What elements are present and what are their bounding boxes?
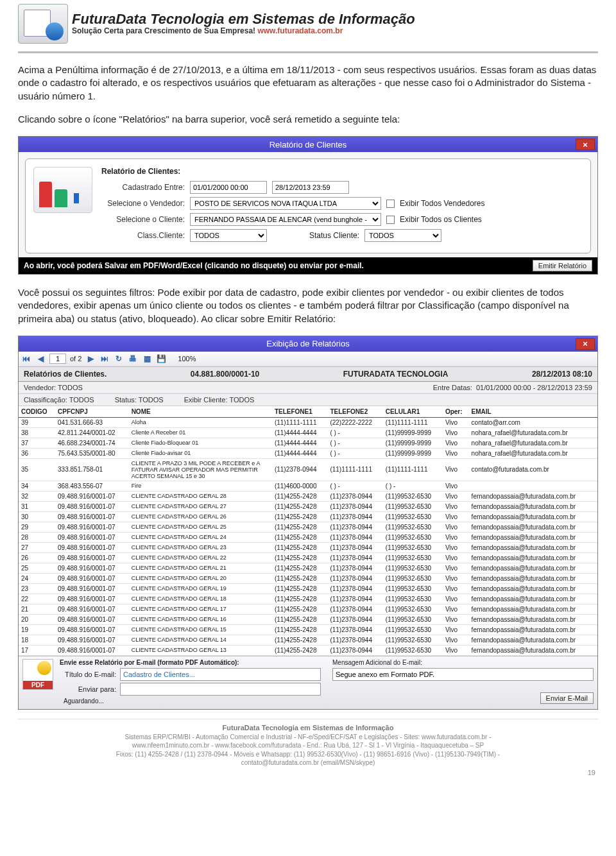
cell: CLIENTE CADASTRADO GERAL 17: [129, 604, 272, 614]
cell: 23: [19, 583, 55, 594]
table-row: 2809.488.916/0001-07CLIENTE CADASTRADO G…: [19, 532, 597, 542]
brand-title: FuturaData Tecnologia em Sistemas de Inf…: [72, 12, 415, 26]
cell: (11)99532-6530: [383, 542, 443, 552]
cell: fernandopassaia@futuradata.com.br: [469, 583, 597, 594]
cell: (11)2378-0944: [327, 563, 382, 573]
cell: (11)4255-2428: [272, 501, 327, 511]
cell: CLIENTE CADASTRADO GERAL 28: [129, 491, 272, 501]
cell: nohara_rafael@futuradata.com.br: [469, 438, 597, 448]
emitir-relatorio-button[interactable]: Emitir Relatório: [533, 260, 592, 271]
label-msg-adicional: Mensagem Adicional do E-mail:: [332, 659, 422, 666]
date-from-input[interactable]: [190, 181, 267, 194]
cell: 24: [19, 573, 55, 583]
cell: (11)2378-0944: [327, 552, 382, 563]
cell: fernandopassaia@futuradata.com.br: [469, 563, 597, 573]
cell: 42.811.244/0001-02: [55, 427, 129, 438]
window-title: Relatório de Clientes: [270, 140, 347, 150]
cell: 19: [19, 624, 55, 635]
cell: Aloha: [129, 417, 272, 427]
cell: (11)2378-0944: [327, 594, 382, 604]
cell: 09.488.916/0001-07: [55, 563, 129, 573]
prev-page-icon[interactable]: ◀: [35, 354, 46, 364]
print-icon[interactable]: 🖶: [128, 354, 138, 364]
cell: (11)1111-1111: [272, 417, 327, 427]
cell: CLIENTE CADASTRADO GERAL 14: [129, 635, 272, 645]
layout-icon[interactable]: ▦: [142, 354, 152, 364]
cell: 09.488.916/0001-07: [55, 573, 129, 583]
footer-l3: www.nfeem1minuto.com.br - www.facebook.c…: [18, 741, 598, 750]
save-icon[interactable]: 💾: [156, 354, 166, 364]
close-icon[interactable]: ×: [576, 139, 595, 150]
pdf-icon: PDF: [22, 659, 53, 690]
cell: Vivo: [443, 552, 469, 563]
cell: (11)99532-6530: [383, 614, 443, 624]
table-row: 2109.488.916/0001-07CLIENTE CADASTRADO G…: [19, 604, 597, 614]
cell: contato@futuradata.com.br: [469, 458, 597, 481]
cell: (11)2378-0944: [327, 635, 382, 645]
cell: 32: [19, 491, 55, 501]
email-msg-input[interactable]: [332, 668, 594, 681]
class-select[interactable]: TODOS: [190, 229, 267, 242]
cell: Vivo: [443, 532, 469, 542]
cell: fernandopassaia@futuradata.com.br: [469, 604, 597, 614]
cell: (11)99532-6530: [383, 501, 443, 511]
cell: Vivo: [443, 481, 469, 491]
val-sub-class: TODOS: [69, 396, 94, 404]
email-enviar-input[interactable]: [120, 683, 321, 696]
cell: Cliente Fiado-Bloquear 01: [129, 438, 272, 448]
last-page-icon[interactable]: ⏭: [99, 354, 110, 364]
cell: 26: [19, 552, 55, 563]
table-row: 2609.488.916/0001-07CLIENTE CADASTRADO G…: [19, 552, 597, 563]
val-sub-entre: 01/01/2000 00:00 - 28/12/2013 23:59: [476, 384, 592, 391]
date-to-input[interactable]: [272, 181, 349, 194]
cell: (11)4255-2428: [272, 563, 327, 573]
cell: 46.688.234/0001-74: [55, 438, 129, 448]
table-row: 2709.488.916/0001-07CLIENTE CADASTRADO G…: [19, 542, 597, 552]
label-cliente: Selecione o Cliente:: [101, 215, 185, 224]
cell: (11)99999-9999: [383, 427, 443, 438]
val-sub-exibir: TODOS: [229, 396, 254, 404]
close-icon[interactable]: ×: [576, 338, 595, 350]
cell: 22: [19, 594, 55, 604]
pdf-label: PDF: [23, 681, 53, 689]
refresh-icon[interactable]: ↻: [114, 354, 124, 364]
checkbox-todos-clientes[interactable]: [386, 216, 395, 224]
cell: CLIENTE CADASTRADO GERAL 20: [129, 573, 272, 583]
page-footer: FuturaData Tecnologia em Sistemas de Inf…: [18, 719, 598, 767]
cell: fernandopassaia@futuradata.com.br: [469, 614, 597, 624]
enviar-email-button[interactable]: Enviar E-Mail: [540, 692, 594, 704]
cell: (11)4255-2428: [272, 594, 327, 604]
vendedor-select[interactable]: POSTO DE SERVICOS NOVA ITAQUA LTDA: [190, 197, 381, 210]
table-row: 3842.811.244/0001-02Cliente A Receber 01…: [19, 427, 597, 438]
cell: (11)99532-6530: [383, 552, 443, 563]
viewer-title: Exibição de Relatórios: [266, 339, 349, 348]
email-titulo-input[interactable]: [120, 668, 321, 681]
cell: Fire: [129, 481, 272, 491]
zoom-value[interactable]: 100%: [178, 355, 196, 363]
cell: CLIENTE CADASTRADO GERAL 15: [129, 624, 272, 635]
table-row: 34368.483.556-07Fire(11)4600-0000( ) -( …: [19, 481, 597, 491]
cell: ( ) -: [327, 481, 382, 491]
cell: (11)1111-1111: [327, 458, 382, 481]
page-input[interactable]: [49, 354, 66, 364]
lbl-sub-status: Status:: [115, 396, 137, 404]
next-page-icon[interactable]: ▶: [85, 354, 96, 364]
cell: (11)2378-0944: [327, 573, 382, 583]
cell: Vivo: [443, 458, 469, 481]
cliente-select[interactable]: FERNANDO PASSAIA DE ALENCAR (vend bungho…: [190, 213, 381, 226]
table-row: 2909.488.916/0001-07CLIENTE CADASTRADO G…: [19, 522, 597, 532]
checkbox-todos-vendedores[interactable]: [386, 200, 395, 208]
cell: (11)99532-6530: [383, 573, 443, 583]
status-select[interactable]: TODOS: [364, 229, 441, 242]
first-page-icon[interactable]: ⏮: [21, 354, 31, 364]
cell: 09.488.916/0001-07: [55, 522, 129, 532]
table-row: 1709.488.916/0001-07CLIENTE CADASTRADO G…: [19, 645, 597, 655]
cell: (11)99532-6530: [383, 491, 443, 501]
paragraph-1: Acima a Penúltima informação é de 27/10/…: [18, 64, 598, 103]
cell: fernandopassaia@futuradata.com.br: [469, 635, 597, 645]
cell: ( ) -: [327, 448, 382, 458]
table-row: 3746.688.234/0001-74Cliente Fiado-Bloque…: [19, 438, 597, 448]
cell: (11)1111-1111: [383, 458, 443, 481]
cell: (11)2378-0944: [327, 583, 382, 594]
table-row: 2509.488.916/0001-07CLIENTE CADASTRADO G…: [19, 563, 597, 573]
